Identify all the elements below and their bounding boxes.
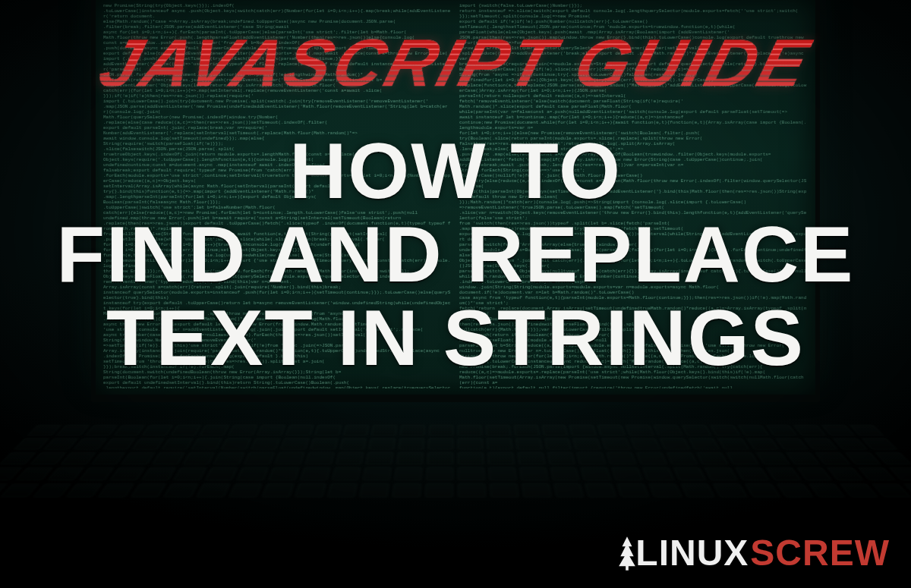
title-line-2: FIND AND REPLACE bbox=[57, 214, 855, 294]
overlay: JAVASCRIPT GUIDE HOW TO FIND AND REPLACE… bbox=[0, 0, 911, 588]
headline-javascript-guide: JAVASCRIPT GUIDE bbox=[93, 29, 819, 97]
title-line-3: TEXT IN STRINGS bbox=[106, 297, 805, 378]
svg-rect-0 bbox=[626, 565, 629, 571]
title-line-1: HOW TO bbox=[289, 130, 622, 211]
site-logo: LINUX SCREW bbox=[617, 535, 890, 571]
logo-text-linux: LINUX bbox=[635, 535, 749, 571]
pine-tree-icon bbox=[617, 535, 637, 571]
logo-text-screw: SCREW bbox=[750, 535, 890, 571]
